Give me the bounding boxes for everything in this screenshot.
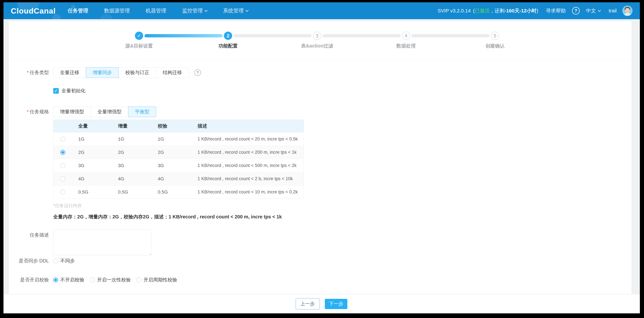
task-type-label: *任务类型 <box>9 69 53 76</box>
spec-radio-4g[interactable] <box>60 176 65 181</box>
license-days: -160天-12小时 <box>504 7 536 14</box>
step-4-label: 数据处理 <box>373 43 439 49</box>
task-type-help-icon[interactable]: ? <box>194 69 201 76</box>
task-spec-option-incre-enhanced[interactable]: 增量增强型 <box>53 107 91 117</box>
required-asterisk: * <box>27 70 29 75</box>
chevron-down-icon <box>598 9 601 12</box>
wizard-footer: 上一步 下一步 <box>4 294 640 313</box>
step-wizard: ✓ 2 3 4 5 源&目标设置 功能配置 表&action过滤 数据处理 创建… <box>9 21 632 60</box>
full-init-row: ✓ 全量初始化 <box>9 88 632 94</box>
col-header-check: 校验 <box>152 123 192 129</box>
step-4-circle: 4 <box>402 32 410 40</box>
task-type-option-full-migration[interactable]: 全量迁移 <box>53 67 86 78</box>
license-info: SVIP v3.2.0.14 (已激活，还剩-160天-12小时) <box>438 7 538 14</box>
help-question-icon[interactable]: ? <box>572 7 580 14</box>
ddl-row: 是否同步 DDL 不同步 <box>9 258 632 264</box>
version-text: SVIP v3.2.0.14 <box>438 8 471 13</box>
spec-row-05g[interactable]: 0.5G 0.5G 0.5G 1 KB/record , record coun… <box>53 185 304 198</box>
memory-note-row: *任务运行内存 <box>9 203 632 209</box>
verify-option-off[interactable]: 不开启校验 <box>53 277 84 283</box>
verify-radio-periodic[interactable] <box>136 278 141 282</box>
verify-option-periodic[interactable]: 开启周期性校验 <box>136 277 177 283</box>
task-desc-row: 任务描述 <box>9 229 632 255</box>
spec-row-4g[interactable]: 4G 4G 4G 1 KB/record , record count < 2 … <box>53 172 304 185</box>
step-2-circle: 2 <box>224 32 232 40</box>
full-init-label: 全量初始化 <box>62 88 86 94</box>
verify-label: 是否开启校验 <box>9 277 53 283</box>
step-5-label: 创建确认 <box>462 43 528 49</box>
ddl-option-no-sync[interactable]: 不同步 <box>53 258 75 264</box>
task-desc-label: 任务描述 <box>9 229 53 238</box>
ddl-radio-no-sync[interactable] <box>53 258 58 263</box>
navbar-right: SVIP v3.2.0.14 (已激活，还剩-160天-12小时) 寻求帮助 ?… <box>438 6 632 16</box>
step-bar-2-3 <box>234 34 312 37</box>
step-bar-3-4 <box>322 34 400 37</box>
next-step-button[interactable]: 下一步 <box>325 299 347 309</box>
col-header-incre: 增量 <box>112 123 152 129</box>
step-3-label: 表&action过滤 <box>284 43 350 49</box>
step-3-circle: 3 <box>313 32 321 40</box>
user-avatar[interactable] <box>622 6 632 16</box>
seek-help-link[interactable]: 寻求帮助 <box>546 7 566 14</box>
menu-item-machine-mgmt[interactable]: 机器管理 <box>146 7 166 14</box>
chevron-down-icon <box>204 9 208 12</box>
task-spec-row: *任务规格 增量增强型 全量增强型 平衡型 <box>9 107 632 117</box>
spec-radio-1g[interactable] <box>60 137 65 142</box>
verify-row: 是否开启校验 不开启校验 开启一次性校验 开启周期性校验 <box>9 277 632 283</box>
task-type-option-struct-migration[interactable]: 结构迁移 <box>156 67 189 78</box>
spec-table-row: 全量 增量 校验 描述 1G 1G 1G 1 KB/record , recor… <box>9 120 632 199</box>
top-navbar: CloudCanal 任务管理 数据源管理 机器管理 监控管理 系统管理 SVI… <box>4 2 640 19</box>
menu-item-task-mgmt[interactable]: 任务管理 <box>68 7 88 14</box>
step-2-label: 功能配置 <box>195 43 261 49</box>
task-type-row: *任务类型 全量迁移 增量同步 校验与订正 结构迁移 ? <box>9 67 632 78</box>
config-form: *任务类型 全量迁移 增量同步 校验与订正 结构迁移 ? ✓ 全量初始化 <box>9 60 632 294</box>
memory-summary: 全量内存：2G，增量内存：2G，校验内存2G，描述：1 KB/record , … <box>53 214 282 220</box>
task-spec-button-group: 增量增强型 全量增强型 平衡型 <box>53 107 156 117</box>
verify-option-once[interactable]: 开启一次性校验 <box>90 277 131 283</box>
chevron-down-icon <box>246 9 248 12</box>
full-init-checkbox[interactable]: ✓ <box>53 88 59 94</box>
task-type-option-verify-correct[interactable]: 校验与订正 <box>118 67 156 78</box>
ddl-label: 是否同步 DDL <box>9 258 53 264</box>
license-status: 已激活 <box>475 7 490 14</box>
spec-radio-3g[interactable] <box>60 163 65 168</box>
step-1-label: 源&目标设置 <box>106 43 172 49</box>
task-spec-option-full-enhanced[interactable]: 全量增强型 <box>91 107 128 117</box>
spec-table-header: 全量 增量 校验 描述 <box>53 120 304 132</box>
task-spec-option-balanced[interactable]: 平衡型 <box>128 107 156 117</box>
spec-radio-2g[interactable] <box>60 150 65 155</box>
step-bar-1-2 <box>144 34 222 37</box>
task-type-option-incre-sync[interactable]: 增量同步 <box>86 67 119 78</box>
verify-radio-off[interactable] <box>53 278 58 282</box>
menu-item-datasource-mgmt[interactable]: 数据源管理 <box>104 7 130 14</box>
username-text[interactable]: trail <box>609 8 617 13</box>
task-spec-label: *任务规格 <box>9 109 53 115</box>
spec-radio-05g[interactable] <box>60 190 65 195</box>
spec-row-3g[interactable]: 3G 3G 3G 1 KB/record , record count < 50… <box>53 159 304 172</box>
main-menu: 任务管理 数据源管理 机器管理 监控管理 系统管理 <box>68 7 248 14</box>
verify-radio-once[interactable] <box>90 278 95 282</box>
memory-note: *任务运行内存 <box>53 203 82 209</box>
task-type-button-group: 全量迁移 增量同步 校验与订正 结构迁移 <box>53 67 189 78</box>
task-desc-textarea[interactable] <box>53 229 151 255</box>
step-1-circle-check-icon: ✓ <box>135 32 143 40</box>
app-window: CloudCanal 任务管理 数据源管理 机器管理 监控管理 系统管理 SVI… <box>4 2 640 313</box>
menu-item-monitor-mgmt[interactable]: 监控管理 <box>182 7 207 14</box>
main-card: ✓ 2 3 4 5 源&目标设置 功能配置 表&action过滤 数据处理 创建… <box>8 21 632 294</box>
spec-row-1g[interactable]: 1G 1G 1G 1 KB/record , record count < 20… <box>53 132 304 146</box>
spec-row-2g-selected[interactable]: 2G 2G 2G 1 KB/record , record count < 20… <box>53 146 304 159</box>
col-header-desc: 描述 <box>192 123 304 129</box>
col-header-full: 全量 <box>72 123 112 129</box>
language-switcher[interactable]: 中文 <box>586 7 600 14</box>
cloudcanal-logo[interactable]: CloudCanal <box>11 6 56 15</box>
spec-table: 全量 增量 校验 描述 1G 1G 1G 1 KB/record , recor… <box>53 120 304 199</box>
menu-item-system-mgmt[interactable]: 系统管理 <box>223 7 248 14</box>
prev-step-button[interactable]: 上一步 <box>296 299 319 309</box>
step-5-circle: 5 <box>491 32 499 40</box>
step-bar-4-5 <box>412 34 490 37</box>
required-asterisk: * <box>27 109 29 114</box>
memory-summary-row: 全量内存：2G，增量内存：2G，校验内存2G，描述：1 KB/record , … <box>9 214 632 220</box>
